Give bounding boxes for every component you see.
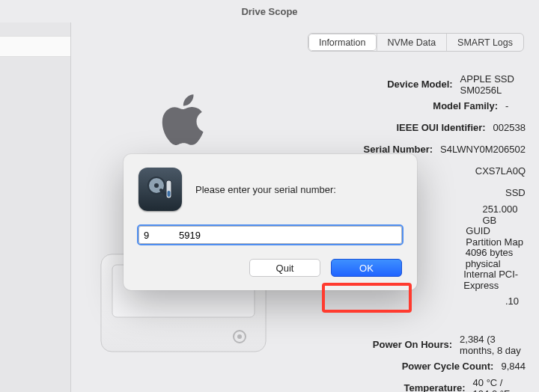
info-row: Model Family:- xyxy=(363,95,526,117)
info-val: 40 °C / 104.0 °F xyxy=(473,377,526,393)
tab-nvme-data[interactable]: NVMe Data xyxy=(377,34,447,51)
info-row: Temperature:40 °C / 104.0 °F xyxy=(363,377,526,392)
info-val: APPLE SSD SM0256L xyxy=(460,73,526,96)
info-val: 002538 xyxy=(493,122,526,133)
info-val: S4LWNY0M206502 xyxy=(440,144,526,155)
info-key: Serial Number: xyxy=(363,144,440,155)
serial-dialog: Please enter your serial number: Quit OK xyxy=(124,154,417,290)
info-key: Device Model: xyxy=(363,79,460,90)
info-row: Power On Hours:2,384 (3 months, 8 day xyxy=(363,334,526,355)
info-key: Power Cycle Count: xyxy=(363,361,501,372)
info-val: Internal PCI-Express xyxy=(463,269,526,291)
info-val: GUID Partition Map xyxy=(466,225,526,248)
svg-point-6 xyxy=(154,183,159,188)
info-val: CXS7LA0Q xyxy=(475,165,526,177)
sidebar-item[interactable] xyxy=(0,36,70,57)
info-key: IEEE OUI Identifier: xyxy=(363,122,493,133)
info-key: Model Family: xyxy=(363,100,505,111)
info-val: 251.000 GB xyxy=(482,203,526,226)
window-title: Drive Scope xyxy=(0,0,539,22)
info-key: Temperature: xyxy=(363,382,473,392)
info-val: 9,844 xyxy=(501,361,526,372)
dialog-prompt: Please enter your serial number: xyxy=(195,184,336,195)
svg-rect-8 xyxy=(168,191,171,197)
info-val: - xyxy=(505,100,508,111)
svg-point-4 xyxy=(237,334,242,339)
ok-button[interactable]: OK xyxy=(331,259,402,277)
info-row: .10 xyxy=(363,290,526,312)
app-icon xyxy=(138,168,182,211)
tab-smart-logs[interactable]: SMART Logs xyxy=(446,34,523,51)
info-row: Device Model:APPLE SSD SM0256L xyxy=(363,73,526,95)
sidebar xyxy=(0,22,71,392)
info-val: 4096 bytes physical xyxy=(466,247,526,269)
info-row: IEEE OUI Identifier:002538 xyxy=(363,117,526,138)
info-val: SSD xyxy=(505,187,526,198)
info-row: Power Cycle Count:9,844 xyxy=(363,355,526,377)
info-val: .10 xyxy=(505,295,519,307)
info-row xyxy=(363,312,526,334)
tab-bar: Information NVMe Data SMART Logs xyxy=(308,33,524,52)
info-key: Power On Hours: xyxy=(363,339,460,350)
tab-information[interactable]: Information xyxy=(308,34,377,51)
quit-button[interactable]: Quit xyxy=(249,259,320,277)
info-val: 2,384 (3 months, 8 day xyxy=(460,334,526,356)
serial-input[interactable] xyxy=(138,226,402,244)
app-window: Drive Scope Information NVMe Data SMART … xyxy=(0,0,539,392)
